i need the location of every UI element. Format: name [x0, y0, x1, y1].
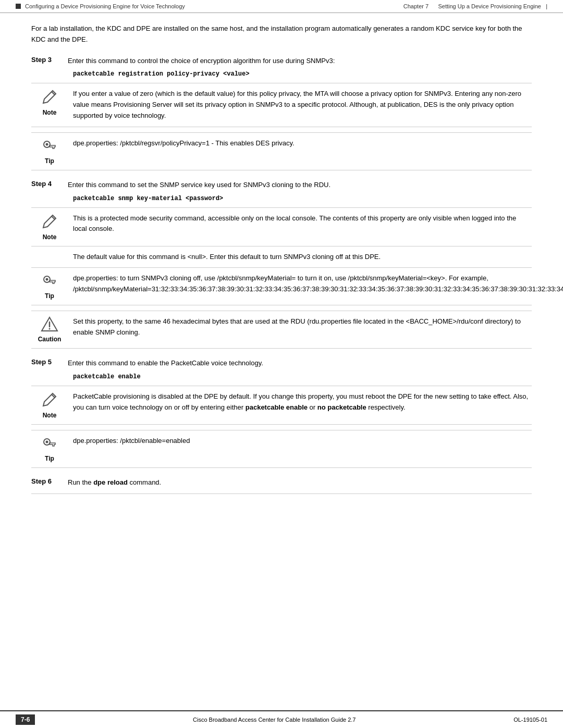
step-5-tip: Tip dpe.properties: /pktcbl/enable=enabl…: [31, 430, 532, 468]
step-5-note-bold-1: packetcable enable: [246, 403, 308, 411]
step-5-note-bold-2: no packetcable: [317, 403, 366, 411]
tip-icon-area-4: Tip: [31, 273, 73, 300]
step-6-separator: [31, 493, 532, 494]
step-3-note-text: If you enter a value of zero (which is t…: [73, 89, 532, 121]
step-5-note-text-2: or: [308, 403, 317, 411]
footer-center-text: Cisco Broadband Access Center for Cable …: [193, 717, 356, 723]
caution-label: Caution: [38, 336, 62, 343]
step-3-tip-text: dpe.properties: /pktcbl/regsvr/policyPri…: [73, 138, 532, 149]
step-4-caution-text: Set this property, to the same 46 hexade…: [73, 316, 532, 338]
header-bar: |: [546, 3, 547, 9]
step-3-code: packetcable registration policy-privacy …: [73, 70, 532, 78]
note-icon-area-5: Note: [31, 391, 73, 419]
step-5-tip-text: dpe.properties: /pktcbl/enable=enabled: [73, 436, 532, 447]
page-header: Configuring a Device Provisioning Engine…: [0, 0, 563, 13]
step-6-text: Run the dpe reload command.: [68, 477, 532, 488]
step-3-label: Step 3: [31, 56, 68, 64]
step-5-code: packetcable enable: [73, 373, 532, 380]
tip-label-5: Tip: [45, 455, 54, 462]
note-pencil-icon: [41, 89, 58, 108]
step-4-note: Note This is a protected mode security c…: [31, 207, 532, 246]
note-label: Note: [43, 109, 57, 116]
step-4-tip-text: dpe.properties: to turn SNMPv3 cloning o…: [73, 273, 563, 295]
svg-point-4: [49, 328, 51, 330]
page-number: 7-6: [16, 714, 35, 725]
step-6-row: Step 6 Run the dpe reload command.: [31, 477, 532, 488]
note-icon-area-4: Note: [31, 213, 73, 241]
step-4-continuation: The default value for this command is <n…: [73, 252, 532, 263]
note-pencil-icon-5: [41, 391, 58, 411]
header-right: Chapter 7 Setting Up a Device Provisioni…: [403, 3, 547, 9]
footer-right-text: OL-19105-01: [513, 717, 547, 723]
tip-key-icon-5: [42, 436, 57, 454]
tip-label: Tip: [45, 157, 54, 165]
header-marker: [16, 4, 21, 9]
breadcrumb: Configuring a Device Provisioning Engine…: [25, 3, 185, 9]
intro-paragraph: For a lab installation, the KDC and DPE …: [31, 23, 532, 45]
note-label-5: Note: [43, 412, 57, 419]
step-5-label: Step 5: [31, 358, 68, 366]
note-label-4: Note: [43, 233, 57, 241]
step-3-block: Step 3 Enter this command to control the…: [31, 56, 532, 170]
caution-icon-area: Caution: [31, 316, 73, 343]
step-4-note-text: This is a protected mode security comman…: [73, 213, 532, 235]
page-footer: 7-6 Cisco Broadband Access Center for Ca…: [0, 710, 563, 728]
chapter-label: Chapter 7: [403, 3, 429, 9]
step-3-row: Step 3 Enter this command to control the…: [31, 56, 532, 67]
step-5-note: Note PacketCable provisioning is disable…: [31, 386, 532, 425]
step-5-row: Step 5 Enter this command to enable the …: [31, 358, 532, 369]
tip-label-4: Tip: [45, 292, 54, 300]
main-content: For a lab installation, the KDC and DPE …: [0, 13, 563, 545]
step-4-text: Enter this command to set the SNMP servi…: [68, 180, 532, 191]
step-6-label: Step 6: [31, 477, 68, 485]
tip-icon-area: Tip: [31, 138, 73, 165]
step-3-text: Enter this command to control the choice…: [68, 56, 532, 67]
svg-point-6: [46, 441, 48, 443]
step-5-note-text-3: respectively.: [366, 403, 406, 411]
tip-icon-area-5: Tip: [31, 436, 73, 462]
header-left: Configuring a Device Provisioning Engine…: [16, 3, 185, 9]
step-5-text: Enter this command to enable the PacketC…: [68, 358, 532, 369]
note-pencil-icon-4: [41, 213, 58, 232]
chapter-title: Setting Up a Device Provisioning Engine: [438, 3, 541, 9]
step-5-block: Step 5 Enter this command to enable the …: [31, 358, 532, 468]
tip-key-icon-4: [42, 273, 57, 291]
step-6-command: dpe reload: [93, 478, 128, 486]
step-5-note-content: PacketCable provisioning is disabled at …: [73, 391, 532, 413]
step-4-row: Step 4 Enter this command to set the SNM…: [31, 180, 532, 191]
svg-point-1: [46, 143, 48, 145]
step-4-caution: Caution Set this property, to the same 4…: [31, 311, 532, 349]
step-4-block: Step 4 Enter this command to set the SNM…: [31, 180, 532, 349]
step-4-code: packetcable snmp key-material <password>: [73, 195, 532, 202]
step-3-note: Note If you enter a value of zero (which…: [31, 83, 532, 127]
step-3-tip: Tip dpe.properties: /pktcbl/regsvr/polic…: [31, 132, 532, 170]
caution-triangle-icon: [41, 316, 58, 335]
step-4-tip: Tip dpe.properties: to turn SNMPv3 cloni…: [31, 267, 532, 305]
step-6-block: Step 6 Run the dpe reload command.: [31, 477, 532, 494]
note-icon-area: Note: [31, 89, 73, 116]
tip-key-icon: [42, 138, 57, 156]
step-4-label: Step 4: [31, 180, 68, 188]
svg-point-3: [46, 278, 48, 281]
